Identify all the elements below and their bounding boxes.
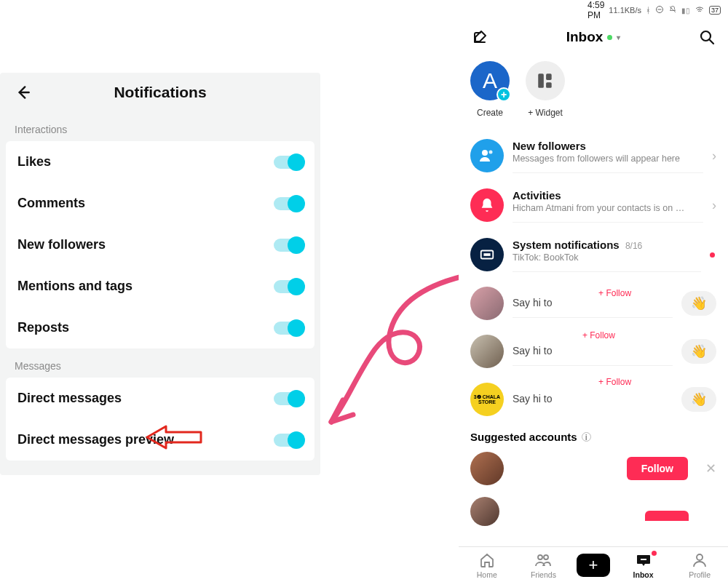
add-widget-button[interactable]: + Widget [526, 61, 565, 118]
toggle-comments[interactable] [274, 197, 303, 210]
mute-icon [668, 5, 677, 16]
contact-row[interactable]: 3❷ CHALASTORE Say hi to + Follow 👋 [459, 375, 728, 423]
tab-home[interactable]: Home [464, 551, 510, 579]
notification-dot-icon [652, 551, 657, 556]
search-button[interactable] [697, 28, 716, 47]
toggle-likes[interactable] [274, 156, 303, 169]
toggle-dm-preview[interactable] [274, 434, 303, 447]
row-new-followers[interactable]: New followers Messages from followers wi… [459, 131, 728, 180]
avatar: 3❷ CHALASTORE [470, 383, 504, 416]
row-activities[interactable]: Activities Hicham Atmani from your conta… [459, 180, 728, 230]
suggested-account-row[interactable]: Follow ✕ [459, 447, 728, 490]
create-avatar: A + [470, 61, 510, 100]
row-system-notifications[interactable]: System notifications 8/16 TikTok: BookTo… [459, 230, 728, 279]
setting-label: Direct messages preview [17, 432, 174, 447]
tab-inbox[interactable]: Inbox [620, 551, 667, 579]
annotation-curly-arrow-icon [317, 269, 470, 444]
svg-rect-4 [546, 82, 552, 88]
dismiss-button[interactable]: ✕ [705, 461, 716, 477]
create-post-button[interactable]: + [577, 554, 610, 577]
follow-inline-button[interactable]: + Follow [598, 288, 631, 298]
row-title: New followers [513, 140, 703, 152]
follow-button-partial[interactable] [645, 511, 689, 521]
avatar [470, 287, 504, 320]
setting-label: Direct messages [17, 391, 122, 406]
toggle-direct-messages[interactable] [274, 392, 303, 405]
wave-button[interactable]: 👋 [681, 387, 716, 412]
messages-card: Direct messages Direct messages preview [6, 378, 314, 461]
signal-icon: ▮▯ [681, 7, 690, 15]
say-hi-label: Say hi to [513, 393, 673, 404]
battery-indicator: 37 [709, 6, 721, 15]
avatar [470, 335, 504, 368]
setting-row-dm-preview[interactable]: Direct messages preview [6, 419, 314, 461]
quick-label: Create [477, 108, 503, 118]
setting-row-direct-messages[interactable]: Direct messages [6, 378, 314, 419]
setting-row-reposts[interactable]: Reposts [6, 307, 314, 348]
row-subtitle: Messages from followers will appear here [513, 154, 703, 164]
section-label-messages: Messages [0, 348, 320, 378]
tab-profile[interactable]: Profile [676, 551, 723, 579]
svg-point-5 [482, 150, 488, 156]
setting-row-mentions[interactable]: Mentions and tags [6, 266, 314, 307]
quick-actions-row: A + Create + Widget [459, 54, 728, 131]
avatar [470, 497, 499, 526]
toggle-reposts[interactable] [274, 322, 303, 335]
wave-button[interactable]: 👋 [681, 339, 716, 364]
tab-bar: Home Friends + Inbox Profile [459, 546, 728, 582]
online-dot-icon [607, 35, 612, 40]
notifications-settings-panel: Notifications Interactions Likes Comment… [0, 73, 320, 475]
status-bar: 4:59 PM 11.1KB/s ᚼ ▮▯ 37 [459, 0, 728, 17]
create-story-button[interactable]: A + Create [470, 61, 510, 118]
svg-point-1 [701, 31, 711, 41]
home-icon [478, 551, 496, 569]
plus-badge-icon: + [496, 87, 511, 102]
dnd-icon [655, 5, 664, 16]
contact-row[interactable]: Say hi to + Follow 👋 [459, 327, 728, 375]
suggested-accounts-header: Suggested accounts i [459, 423, 728, 447]
compose-button[interactable] [470, 28, 489, 47]
svg-rect-8 [483, 253, 490, 256]
inbox-title-text: Inbox [566, 29, 604, 45]
tab-label: Inbox [633, 570, 654, 579]
wifi-icon [695, 5, 705, 16]
toggle-mentions[interactable] [274, 280, 303, 293]
setting-label: Mentions and tags [17, 279, 132, 294]
row-subtitle: Hicham Atmani from your contacts is on … [513, 203, 703, 213]
toggle-new-followers[interactable] [274, 239, 303, 252]
svg-point-9 [538, 555, 542, 559]
row-subtitle: TikTok: BookTok [513, 252, 701, 263]
follow-button[interactable]: Follow [627, 457, 688, 480]
chevron-down-icon: ▾ [617, 33, 620, 41]
follow-inline-button[interactable]: + Follow [598, 377, 631, 387]
followers-icon [470, 139, 504, 172]
setting-row-likes[interactable]: Likes [6, 141, 314, 183]
avatar-letter: A [483, 68, 497, 93]
contact-row[interactable]: Say hi to + Follow 👋 [459, 279, 728, 327]
row-date: 8/16 [625, 241, 642, 251]
follow-inline-button[interactable]: + Follow [582, 330, 615, 340]
svg-point-10 [544, 555, 548, 559]
wave-button[interactable]: 👋 [681, 291, 716, 316]
svg-rect-11 [641, 559, 646, 560]
tab-label: Home [477, 570, 497, 579]
unread-dot-icon [710, 252, 715, 258]
inbox-icon [635, 551, 652, 569]
suggested-account-row[interactable] [459, 490, 728, 526]
svg-rect-3 [546, 73, 552, 80]
setting-label: Reposts [17, 320, 69, 335]
system-icon [470, 238, 504, 271]
inbox-title[interactable]: Inbox ▾ [489, 29, 697, 45]
say-hi-label: Say hi to [513, 345, 673, 356]
tab-label: Profile [689, 570, 711, 579]
inbox-panel: 4:59 PM 11.1KB/s ᚼ ▮▯ 37 Inbox ▾ A + Cre… [459, 0, 728, 582]
setting-label: Likes [17, 154, 51, 170]
page-title: Notifications [13, 84, 307, 101]
setting-row-new-followers[interactable]: New followers [6, 224, 314, 266]
chevron-right-icon: › [712, 148, 716, 164]
interactions-card: Likes Comments New followers Mentions an… [6, 141, 314, 348]
avatar [470, 452, 504, 485]
info-icon[interactable]: i [582, 432, 591, 442]
tab-friends[interactable]: Friends [520, 551, 566, 579]
setting-row-comments[interactable]: Comments [6, 183, 314, 224]
